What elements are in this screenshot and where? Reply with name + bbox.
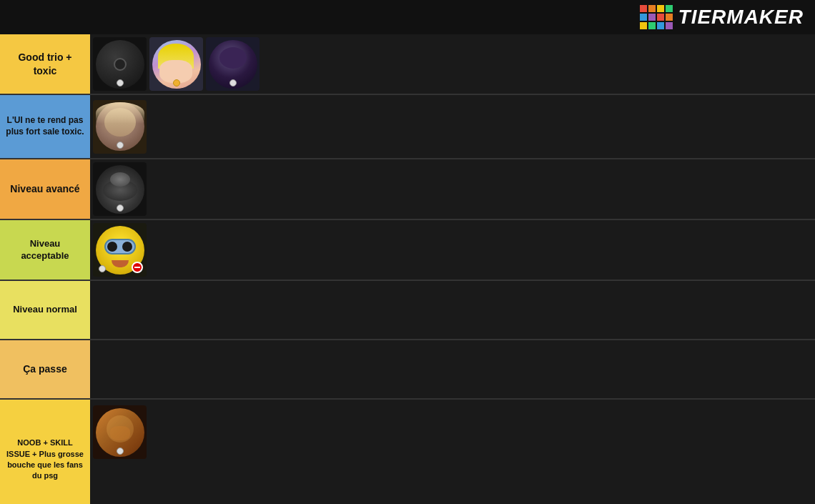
tier-item-1-2[interactable]: [149, 37, 203, 91]
logo-grid-icon: [640, 5, 673, 29]
tier-content-4: [90, 220, 815, 280]
tier-item-1-3[interactable]: [206, 37, 260, 91]
tier-content-1: [90, 34, 815, 94]
tiermaker-logo: TiERMAKER: [640, 5, 804, 29]
tier-item-7-1[interactable]: [93, 405, 147, 459]
tier-item-1-1[interactable]: [93, 37, 147, 91]
logo-cell-12: [666, 22, 673, 29]
tier-item-3-1[interactable]: [93, 162, 147, 216]
tier-label-6: Ça passe: [0, 340, 90, 398]
logo-cell-4: [666, 5, 673, 12]
tier-item-2-1[interactable]: [93, 100, 147, 154]
tier-row-6: Ça passe: [0, 340, 815, 400]
logo-cell-3: [657, 5, 664, 12]
tier-label-2: L'UI ne te rend pas plus fort sale toxic…: [0, 95, 90, 158]
tier-label-5: Niveau normal: [0, 281, 90, 339]
logo-text: TiERMAKER: [678, 6, 804, 29]
tier-row-5: Niveau normal: [0, 281, 815, 340]
logo-cell-1: [640, 5, 647, 12]
tier-list: Good trio + toxic: [0, 34, 815, 504]
header: TiERMAKER: [0, 0, 815, 34]
logo-cell-7: [657, 14, 664, 21]
tier-row-7: NOOB + SKILL ISSUE + Plus grosse bouche …: [0, 400, 815, 504]
tier-label-4: Niveau acceptable: [0, 220, 90, 280]
tier-row-4: Niveau acceptable: [0, 220, 815, 281]
tier-row-3: Niveau avancé: [0, 159, 815, 220]
logo-cell-6: [648, 14, 656, 21]
tier-label-1: Good trio + toxic: [0, 34, 90, 94]
tier-label-7: NOOB + SKILL ISSUE + Plus grosse bouche …: [0, 400, 90, 504]
logo-cell-2: [648, 5, 656, 12]
tier-content-6: [90, 340, 815, 398]
tier-row-2: L'UI ne te rend pas plus fort sale toxic…: [0, 95, 815, 159]
tier-item-4-1[interactable]: [93, 223, 147, 277]
tier-content-5: [90, 281, 815, 339]
logo-cell-10: [648, 22, 656, 29]
tier-content-7: [90, 400, 815, 504]
logo-cell-8: [666, 14, 673, 21]
tier-label-3: Niveau avancé: [0, 159, 90, 219]
tier-content-2: [90, 95, 815, 158]
logo-cell-5: [640, 14, 647, 21]
tier-row-1: Good trio + toxic: [0, 34, 815, 95]
logo-cell-11: [657, 22, 664, 29]
tier-content-3: [90, 159, 815, 219]
logo-cell-9: [640, 22, 647, 29]
